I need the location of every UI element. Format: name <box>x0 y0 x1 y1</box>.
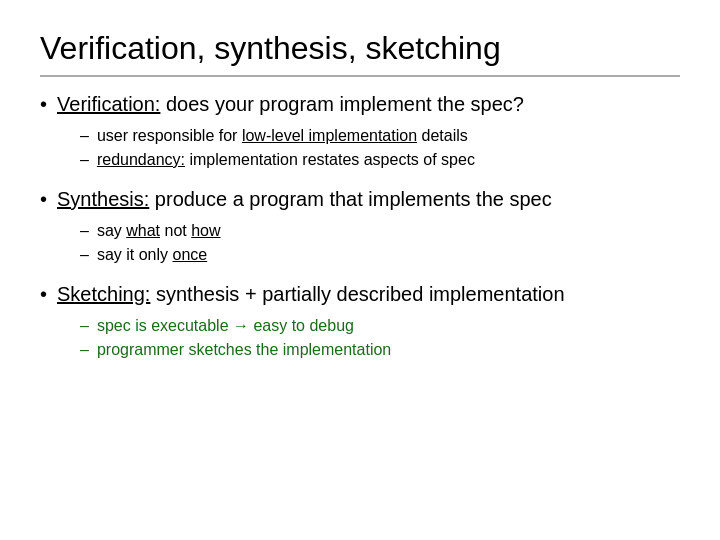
sub-dash-v2: – <box>80 148 89 172</box>
bullet-sketching-main: • Sketching: synthesis + partially descr… <box>40 281 680 308</box>
synthesis-rest: produce a program that implements the sp… <box>155 188 552 210</box>
bullet-synthesis-main: • Synthesis: produce a program that impl… <box>40 186 680 213</box>
sketching-subs: – spec is executable → easy to debug – p… <box>80 314 680 362</box>
bullet-sketching-text: Sketching: synthesis + partially describ… <box>57 281 565 308</box>
sub-text-v1: user responsible for low-level implement… <box>97 124 468 148</box>
verification-rest: does your program implement the spec? <box>166 93 524 115</box>
sub-dash-v1: – <box>80 124 89 148</box>
bullet-dot-3: • <box>40 281 47 308</box>
sub-dash-sk1: – <box>80 314 89 338</box>
synthesis-subs: – say what not how – say it only once <box>80 219 680 267</box>
sub-text-sk2: programmer sketches the implementation <box>97 338 391 362</box>
bullet-verification-main: • Verification: does your program implem… <box>40 91 680 118</box>
sub-text-sk1: spec is executable → easy to debug <box>97 314 354 338</box>
synthesis-label: Synthesis: <box>57 188 149 210</box>
bullet-sketching: • Sketching: synthesis + partially descr… <box>40 281 680 362</box>
sub-dash-s1: – <box>80 219 89 243</box>
sub-bullet-s1: – say what not how <box>80 219 680 243</box>
sub-bullet-v2: – redundancy: implementation restates as… <box>80 148 680 172</box>
bullet-synthesis: • Synthesis: produce a program that impl… <box>40 186 680 267</box>
sub-text-s2: say it only once <box>97 243 207 267</box>
sub-bullet-sk1: – spec is executable → easy to debug <box>80 314 680 338</box>
verification-label: Verification: <box>57 93 160 115</box>
bullet-dot-2: • <box>40 186 47 213</box>
slide-content: • Verification: does your program implem… <box>40 91 680 362</box>
slide-title: Verification, synthesis, sketching <box>40 30 680 77</box>
sub-bullet-s2: – say it only once <box>80 243 680 267</box>
sub-text-s1: say what not how <box>97 219 221 243</box>
sketching-rest: synthesis + partially described implemen… <box>156 283 565 305</box>
sub-dash-sk2: – <box>80 338 89 362</box>
sketching-label: Sketching: <box>57 283 150 305</box>
slide: Verification, synthesis, sketching • Ver… <box>0 0 720 540</box>
bullet-verification-text: Verification: does your program implemen… <box>57 91 524 118</box>
bullet-dot-1: • <box>40 91 47 118</box>
bullet-verification: • Verification: does your program implem… <box>40 91 680 172</box>
bullet-synthesis-text: Synthesis: produce a program that implem… <box>57 186 552 213</box>
sub-bullet-v1: – user responsible for low-level impleme… <box>80 124 680 148</box>
sub-bullet-sk2: – programmer sketches the implementation <box>80 338 680 362</box>
sub-text-v2: redundancy: implementation restates aspe… <box>97 148 475 172</box>
sub-dash-s2: – <box>80 243 89 267</box>
verification-subs: – user responsible for low-level impleme… <box>80 124 680 172</box>
